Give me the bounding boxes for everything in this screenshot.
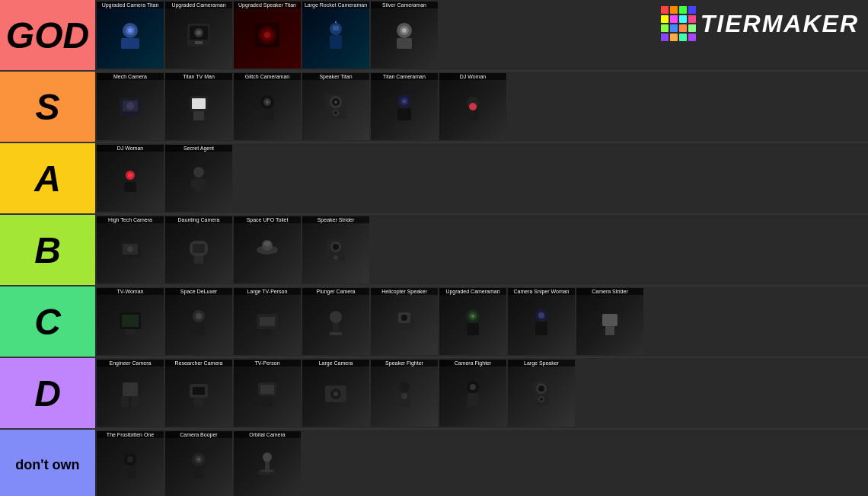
list-item[interactable]: Upgraded Camera Titan (97, 2, 164, 69)
svg-rect-47 (124, 182, 136, 192)
svg-rect-1 (121, 38, 139, 49)
list-item[interactable]: Daunting Camera (165, 216, 232, 283)
svg-rect-15 (333, 26, 339, 30)
svg-rect-117 (193, 466, 204, 478)
svg-point-122 (263, 453, 272, 462)
list-item[interactable]: Titan TV Man (165, 73, 232, 140)
svg-rect-73 (263, 329, 272, 335)
item-label: Titan Cameraman (371, 73, 438, 80)
list-item[interactable]: DJ Woman (97, 145, 164, 212)
list-item[interactable]: Engineer Camera (97, 360, 164, 427)
list-item[interactable]: Large Rocket Cameraman (302, 2, 369, 69)
list-item[interactable]: Titan Cameraman (371, 73, 438, 140)
svg-point-12 (264, 32, 270, 38)
svg-point-3 (128, 28, 132, 33)
svg-point-46 (128, 173, 132, 178)
list-item[interactable]: Camera Fighter (439, 360, 506, 427)
svg-point-107 (470, 384, 476, 390)
svg-rect-89 (610, 326, 614, 335)
tier-label-god: GOD (0, 0, 95, 70)
item-label: Researcher Camera (165, 360, 232, 366)
svg-point-115 (127, 456, 133, 462)
item-label: Large Rocket Cameraman (302, 2, 369, 8)
list-item[interactable]: Silver Cameraman (371, 2, 438, 69)
svg-point-70 (196, 313, 202, 319)
list-item[interactable]: Camera Booper (165, 431, 232, 496)
svg-point-101 (333, 392, 338, 396)
svg-point-43 (469, 103, 477, 110)
item-label: Titan TV Man (165, 73, 232, 80)
svg-rect-38 (397, 108, 411, 120)
item-label: Large Camera (302, 360, 369, 366)
tier-list: TiERMAKER GOD Upgraded Camera Titan Upgr… (0, 0, 868, 496)
item-label: Speaker Titan (302, 73, 369, 80)
svg-rect-85 (535, 322, 547, 335)
svg-rect-67 (126, 329, 135, 335)
tiermaker-logo: TiERMAKER (661, 6, 859, 41)
svg-point-86 (538, 312, 544, 318)
tier-items-dontown: The Frostbitten One Camera Booper Orbita… (95, 430, 868, 496)
list-item[interactable]: Speaker Fighter (371, 360, 438, 427)
list-item[interactable]: Orbital Camera (234, 431, 301, 496)
svg-rect-26 (193, 111, 204, 120)
item-label: TV-Person (234, 360, 301, 366)
list-item[interactable]: TV-Person (234, 360, 301, 427)
svg-rect-42 (467, 109, 479, 120)
item-label: Large TV-Person (234, 288, 301, 295)
list-item[interactable]: Large Speaker (508, 360, 575, 427)
svg-point-63 (333, 244, 339, 250)
tier-label-d: D (0, 358, 95, 428)
list-item[interactable]: Large Camera (302, 360, 369, 427)
svg-point-40 (403, 100, 406, 103)
list-item[interactable]: Upgraded Cameraman (165, 2, 232, 69)
header: TiERMAKER (661, 6, 859, 41)
list-item[interactable]: Glitch Cameraman (234, 73, 301, 140)
item-label: Upgraded Speaker Titan (234, 2, 301, 8)
list-item[interactable]: TV-Woman (97, 288, 164, 355)
list-item[interactable]: Camera Sniper Woman (508, 288, 575, 355)
item-label: Plunger Camera (302, 288, 369, 295)
svg-rect-88 (605, 326, 610, 335)
item-label: Speaker Strider (302, 216, 369, 223)
list-item[interactable]: Speaker Strider (302, 216, 369, 283)
item-label: Camera Fighter (439, 360, 506, 366)
list-item[interactable]: Mech Camera (97, 73, 164, 140)
tier-row-d: D Engineer Camera Researcher Camera TV-P… (0, 358, 868, 430)
svg-point-74 (330, 311, 342, 323)
svg-point-34 (334, 101, 337, 104)
list-item[interactable]: Upgraded Speaker Titan (234, 2, 301, 69)
item-label: High Tech Camera (97, 216, 164, 223)
list-item[interactable]: Camera Strider (576, 288, 643, 355)
list-item[interactable]: Space UFO Toilet (234, 216, 301, 283)
list-item[interactable]: Secret Agent (165, 145, 232, 212)
svg-point-83 (471, 315, 474, 318)
list-item[interactable]: Speaker Titan (302, 73, 369, 140)
svg-point-112 (540, 398, 543, 401)
list-item[interactable]: Upgraded Cameraman (439, 288, 506, 355)
tier-items-d: Engineer Camera Researcher Camera TV-Per… (95, 358, 868, 428)
list-item[interactable]: Space DeLuxer (165, 288, 232, 355)
svg-rect-72 (260, 317, 275, 326)
svg-point-102 (399, 382, 410, 392)
svg-rect-76 (330, 332, 342, 335)
item-label: Upgraded Cameraman (165, 2, 232, 8)
item-label: Upgraded Camera Titan (97, 2, 164, 8)
list-item[interactable]: Researcher Camera (165, 360, 232, 427)
item-label: Camera Sniper Woman (508, 288, 575, 295)
svg-rect-114 (125, 466, 136, 478)
list-item[interactable]: Large TV-Person (234, 288, 301, 355)
list-item[interactable]: High Tech Camera (97, 216, 164, 283)
list-item[interactable]: Plunger Camera (302, 288, 369, 355)
svg-rect-69 (193, 322, 205, 335)
list-item[interactable]: Helicopter Speaker (371, 288, 438, 355)
item-label: Large Speaker (508, 360, 575, 366)
svg-rect-106 (468, 393, 478, 407)
list-item[interactable]: DJ Woman (439, 73, 506, 140)
svg-rect-56 (193, 244, 205, 253)
tier-label-c: C (0, 286, 95, 357)
item-label: Engineer Camera (97, 360, 164, 366)
item-label: Secret Agent (165, 145, 232, 152)
list-item[interactable]: The Frostbitten One (97, 431, 164, 496)
tiermaker-text: TiERMAKER (700, 10, 859, 38)
item-label: DJ Woman (97, 145, 164, 152)
